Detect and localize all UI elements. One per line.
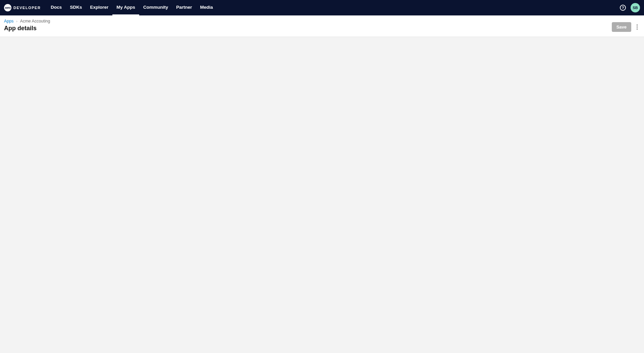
brand-logo[interactable]: xero DEVELOPER — [4, 4, 41, 11]
nav-tab-partner[interactable]: Partner — [172, 0, 196, 15]
breadcrumb-current: Acme Accouting — [20, 19, 50, 23]
nav-tab-explorer[interactable]: Explorer — [86, 0, 112, 15]
breadcrumb-root[interactable]: Apps — [4, 19, 14, 23]
chevron-right-icon: › — [16, 19, 17, 23]
nav-tab-docs[interactable]: Docs — [47, 0, 66, 15]
more-menu-icon[interactable] — [634, 22, 640, 32]
breadcrumb: Apps › Acme Accouting — [4, 19, 50, 23]
nav-tabs: Docs SDKs Explorer My Apps Community Par… — [47, 0, 217, 15]
page-title: App details — [4, 25, 50, 32]
nav-tab-community[interactable]: Community — [139, 0, 172, 15]
help-icon[interactable]: ? — [620, 5, 626, 11]
top-nav: xero DEVELOPER Docs SDKs Explorer My App… — [0, 0, 644, 15]
save-button[interactable]: Save — [612, 22, 631, 32]
nav-tab-my-apps[interactable]: My Apps — [112, 0, 139, 15]
subheader: Apps › Acme Accouting App details Save — [0, 15, 644, 37]
logo-badge: xero — [4, 4, 11, 11]
nav-tab-sdks[interactable]: SDKs — [66, 0, 86, 15]
logo-text: DEVELOPER — [13, 6, 41, 10]
avatar[interactable]: SB — [631, 3, 640, 12]
nav-tab-media[interactable]: Media — [196, 0, 217, 15]
